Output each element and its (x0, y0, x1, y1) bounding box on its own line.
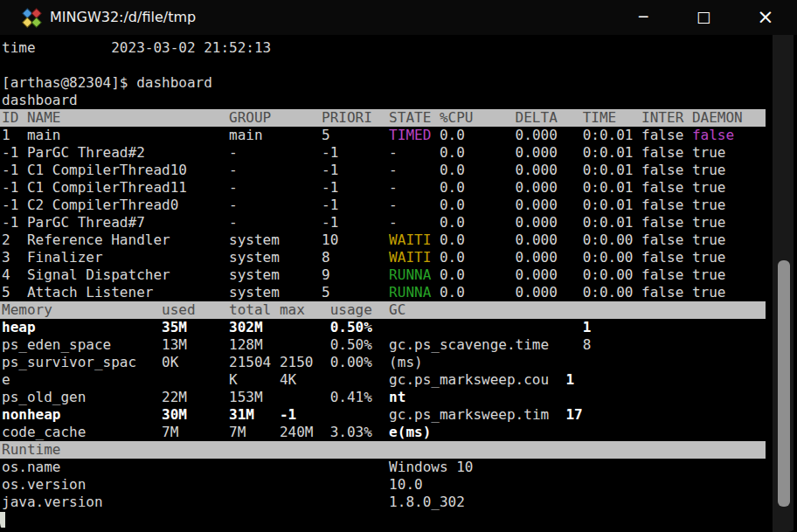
terminal-text-segment: 2 Reference Handler system 10 (2, 231, 389, 248)
terminal-text-segment: -1 ParGC Thread#2 - -1 - 0.0 0.000 0:0.0… (2, 144, 725, 161)
terminal-text-segment: 0.0 0.000 0:0.00 false true (431, 284, 725, 301)
terminal-text-segment: WAITI (389, 231, 431, 248)
terminal-content[interactable]: time 2023-03-02 21:52:13[arthas@82304]$ … (2, 39, 773, 511)
terminal-text-segment: Memory used total max usage GC (2, 301, 768, 318)
memory-row: ps_eden_space 13M 128M 0.50% gc.ps_scave… (2, 336, 773, 354)
memory-table-header: Memory used total max usage GC (0, 301, 766, 319)
terminal-text-segment: 1 (565, 371, 574, 388)
runtime-header: Runtime (0, 441, 766, 459)
thread-row: -1 C1 CompilerThread10 - -1 - 0.0 0.000 … (2, 162, 773, 179)
memory-row: e K 4K gc.ps_marksweep.cou 1 (2, 371, 773, 389)
terminal-window: MINGW32:/d/file/tmp ─ □ × time 2023-03-0… (0, 0, 797, 532)
thread-row: 1 main main 5 TIMED 0.0 0.000 0:0.01 fal… (2, 127, 773, 144)
terminal-text-segment: 5 Attach Listener system 5 (2, 284, 389, 301)
terminal-text-segment: false (692, 127, 734, 143)
terminal-text-segment: -1 C2 CompilerThread0 - -1 - 0.0 0.000 0… (2, 197, 725, 213)
terminal-text-segment: os.version 10.0 (2, 476, 423, 493)
terminal-text-segment: TIMED (389, 127, 431, 143)
terminal-text-segment: [arthas@82304]$ dashboard (2, 74, 212, 91)
thread-row: 5 Attach Listener system 5 RUNNA 0.0 0.0… (2, 284, 773, 301)
terminal-text-segment: nonheap 30M 31M -1 (2, 406, 296, 423)
terminal-text-segment: 17 (565, 406, 582, 423)
memory-row: heap 35M 302M 0.50% 1 (2, 319, 773, 336)
terminal-text-segment: code_cache 7M 7M 240M 3.03% (2, 424, 389, 440)
scrollbar-thumb[interactable] (778, 260, 790, 507)
runtime-row: os.version 10.0 (2, 476, 773, 494)
memory-row: ps_old_gen 22M 153M 0.41% nt (2, 389, 773, 406)
terminal-text-segment: nt (389, 389, 405, 405)
memory-row: nonheap 30M 31M -1 gc.ps_marksweep.tim 1… (2, 406, 773, 424)
terminal-text-segment: dashboard (2, 92, 78, 108)
terminal-text-segment: ID NAME GROUP PRIORI STATE %CPU DELTA TI… (2, 109, 768, 126)
terminal-text-segment: RUNNA (389, 266, 431, 283)
msys-logo-icon (21, 7, 43, 29)
terminal-text-segment: -1 C1 CompilerThread10 - -1 - 0.0 0.000 … (2, 162, 725, 178)
scrollbar-track[interactable] (773, 35, 794, 532)
memory-row: ps_survivor_spac 0K 21504 2150 0.00% (ms… (2, 354, 773, 371)
terminal-cursor (0, 512, 5, 528)
close-button[interactable]: × (743, 0, 788, 35)
terminal-text-segment: 1 main main 5 (2, 127, 389, 143)
minimize-button[interactable]: ─ (620, 0, 666, 35)
terminal-text-segment: ps_eden_space 13M 128M 0.50% gc.ps_scave… (2, 336, 591, 353)
terminal-text-segment: e K 4K gc.ps_marksweep.cou (2, 371, 565, 388)
terminal-text-segment: time 2023-03-02 21:52:13 (2, 39, 271, 56)
thread-row: -1 C1 CompilerThread11 - -1 - 0.0 0.000 … (2, 179, 773, 197)
thread-row: -1 ParGC Thread#2 - -1 - 0.0 0.000 0:0.0… (2, 144, 773, 162)
title-bar[interactable]: MINGW32:/d/file/tmp ─ □ × (0, 0, 797, 35)
prompt-line: [arthas@82304]$ dashboard (2, 74, 773, 92)
terminal-text-segment: -1 ParGC Thread#7 - -1 - 0.0 0.000 0:0.0… (2, 214, 725, 231)
terminal-text-segment: 0.0 0.000 0:0.00 false true (431, 266, 725, 283)
thread-row: -1 ParGC Thread#7 - -1 - 0.0 0.000 0:0.0… (2, 214, 773, 231)
terminal-text-segment: 4 Signal Dispatcher system 9 (2, 266, 389, 283)
terminal-text-segment: gc.ps_marksweep.tim (296, 406, 565, 423)
terminal-text-segment: ps_survivor_spac 0K 21504 2150 0.00% (ms… (2, 354, 423, 370)
runtime-row: java.version 1.8.0_302 (2, 494, 773, 511)
thread-row: 3 Finalizer system 8 WAITI 0.0 0.000 0:0… (2, 249, 773, 266)
terminal-text-segment: heap 35M 302M 0.50% 1 (2, 319, 591, 335)
terminal-text-segment: Runtime (2, 441, 768, 458)
runtime-row: os.name Windows 10 (2, 459, 773, 476)
terminal-text-segment: 0.0 0.000 0:0.00 false true (431, 249, 725, 266)
terminal-text-segment: -1 C1 CompilerThread11 - -1 - 0.0 0.000 … (2, 179, 725, 196)
terminal-text-segment: e(ms) (389, 424, 431, 440)
thread-table-header: ID NAME GROUP PRIORI STATE %CPU DELTA TI… (0, 109, 766, 127)
terminal-text-segment: WAITI (389, 249, 431, 266)
memory-row: code_cache 7M 7M 240M 3.03% e(ms) (2, 424, 773, 441)
thread-row: 2 Reference Handler system 10 WAITI 0.0 … (2, 231, 773, 249)
terminal-text-segment: java.version 1.8.0_302 (2, 494, 465, 510)
terminal-text-segment: os.name Windows 10 (2, 459, 473, 475)
terminal-text-segment: 0.0 0.000 0:0.00 false true (431, 231, 725, 248)
thread-row: 4 Signal Dispatcher system 9 RUNNA 0.0 0… (2, 266, 773, 284)
window-title: MINGW32:/d/file/tmp (50, 0, 196, 35)
terminal-text-segment: 0.0 0.000 0:0.01 false (431, 127, 692, 143)
blank-line (2, 57, 773, 74)
thread-row: -1 C2 CompilerThread0 - -1 - 0.0 0.000 0… (2, 197, 773, 214)
echo-line: dashboard (2, 92, 773, 109)
maximize-button[interactable]: □ (681, 0, 726, 35)
terminal-text-segment: ps_old_gen 22M 153M 0.41% (2, 389, 389, 405)
time-line: time 2023-03-02 21:52:13 (2, 39, 773, 57)
terminal-text-segment: RUNNA (389, 284, 431, 301)
terminal-text-segment: 3 Finalizer system 8 (2, 249, 389, 266)
